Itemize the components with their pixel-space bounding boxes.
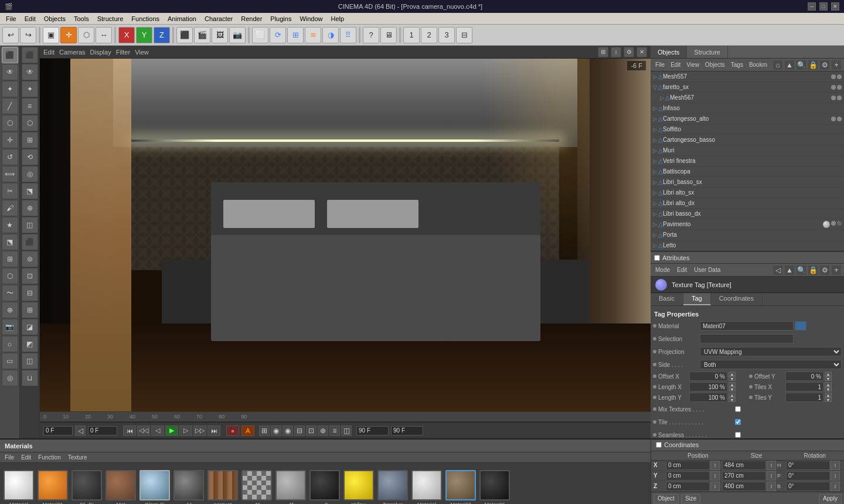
- obj-edit-menu[interactable]: Edit: [668, 61, 683, 69]
- rotate-tool-button[interactable]: ⬡: [78, 27, 94, 43]
- move-tool-button[interactable]: ✛: [60, 27, 77, 43]
- vp-filter-menu[interactable]: Filter: [116, 49, 130, 56]
- menu-help[interactable]: Help: [328, 15, 348, 23]
- sub-btn-17[interactable]: ◪: [22, 319, 38, 335]
- 3d-viewport[interactable]: -6 F: [40, 59, 651, 411]
- smooth-tool-lp[interactable]: ⬡: [2, 268, 18, 284]
- y-size-spin[interactable]: ↕: [767, 471, 776, 481]
- obj-view-menu[interactable]: View: [684, 61, 702, 69]
- tiles-y-down[interactable]: ▼: [825, 397, 832, 402]
- sub-btn-3[interactable]: ✦: [22, 81, 38, 97]
- tiles-x-down[interactable]: ▼: [825, 387, 832, 391]
- obj-item-libri-alto-dx[interactable]: ▷ △ Libri alto_dx: [651, 198, 844, 209]
- projection-dropdown[interactable]: UVW Mapping Flat Cubic Spherical Cylindr…: [700, 347, 842, 356]
- sub-btn-4[interactable]: ≡: [22, 98, 38, 114]
- vp-display-menu[interactable]: Display: [90, 49, 111, 56]
- pb-btn5[interactable]: ⊡: [306, 425, 316, 436]
- cloner-button[interactable]: ⊞: [287, 27, 304, 43]
- mat-file-menu[interactable]: File: [2, 454, 16, 461]
- offset-y-field[interactable]: [785, 372, 823, 381]
- obj-objects-menu[interactable]: Objects: [703, 61, 727, 69]
- length-y-field[interactable]: [689, 393, 727, 402]
- vp-cameras-menu[interactable]: Cameras: [59, 49, 86, 56]
- camera-lp[interactable]: 📷: [2, 319, 18, 335]
- x-size-field[interactable]: [722, 461, 766, 470]
- offset-y-down[interactable]: ▼: [825, 376, 832, 381]
- p-rot-field[interactable]: [786, 471, 830, 481]
- material-item-8[interactable]: .45: [275, 470, 306, 504]
- z-pos-spin[interactable]: ↕: [710, 482, 720, 491]
- sweep-button[interactable]: ⟳: [270, 27, 286, 43]
- attr-mode-menu[interactable]: Mode: [653, 266, 672, 274]
- tiles-y-up[interactable]: ▲: [825, 393, 832, 397]
- menu-tools[interactable]: Tools: [70, 15, 93, 23]
- attributes-enable-checkbox[interactable]: [654, 255, 660, 261]
- tab-structure[interactable]: Structure: [687, 46, 728, 58]
- menu-objects[interactable]: Objects: [40, 15, 69, 23]
- material-item-1[interactable]: Materi01: [38, 470, 68, 504]
- length-y-down[interactable]: ▼: [729, 397, 736, 402]
- selection-field[interactable]: [700, 334, 794, 343]
- y-pos-spin[interactable]: ↕: [710, 471, 720, 481]
- x-pos-field[interactable]: [666, 461, 710, 470]
- attr-add-button[interactable]: +: [831, 265, 842, 275]
- obj-tags-menu[interactable]: Tags: [729, 61, 746, 69]
- offset-x-up[interactable]: ▲: [729, 372, 736, 376]
- displace-button[interactable]: ≋: [305, 27, 321, 43]
- cube-button[interactable]: ⬜: [252, 27, 268, 43]
- poly-mode-button[interactable]: ⬡: [2, 115, 18, 131]
- y-size-field[interactable]: [722, 471, 766, 481]
- obj-item-libri-basso-sx[interactable]: ▷ △ Libri_basso_sx: [651, 177, 844, 188]
- mat-edit-menu[interactable]: Edit: [19, 454, 33, 461]
- pb-btn8[interactable]: ◫: [341, 425, 352, 436]
- axis-z-button[interactable]: Z: [154, 27, 170, 43]
- scale-tool-lp[interactable]: ⟺: [2, 166, 18, 182]
- auto-key-button[interactable]: A: [241, 425, 254, 436]
- menu-render[interactable]: Render: [237, 15, 266, 23]
- sub-btn-13[interactable]: ⊜: [22, 251, 38, 267]
- obj-lock-button[interactable]: 🔒: [808, 60, 818, 70]
- undo-button[interactable]: ↩: [2, 27, 19, 43]
- z-size-spin[interactable]: ↕: [767, 482, 776, 491]
- pb-btn1[interactable]: ⊞: [259, 425, 270, 436]
- attr-userdata-menu[interactable]: User Data: [692, 266, 723, 274]
- offset-x-field[interactable]: [689, 372, 727, 381]
- preview-start-field[interactable]: [88, 426, 117, 435]
- pb-btn6[interactable]: ⊕: [318, 425, 328, 436]
- render-button[interactable]: 🎬: [194, 27, 210, 43]
- obj-item-cartongesso-alto[interactable]: ▷ △ Cartongesso_alto: [651, 114, 844, 124]
- subtab-tag[interactable]: Tag: [683, 293, 711, 305]
- offset-y-up[interactable]: ▲: [825, 372, 832, 376]
- y-pos-field[interactable]: [666, 471, 710, 481]
- sub-btn-20[interactable]: ⊔: [22, 370, 38, 386]
- obj-item-faretto-sx[interactable]: ▽ △ faretto_sx: [651, 82, 844, 93]
- floor-lp[interactable]: ▭: [2, 353, 18, 369]
- magnet-tool-lp[interactable]: ★: [2, 217, 18, 233]
- pb-btn4[interactable]: ⊟: [294, 425, 305, 436]
- sub-btn-10[interactable]: ⊕: [22, 200, 38, 216]
- obj-item-muri[interactable]: ▷ △ Muri: [651, 145, 844, 156]
- sub-btn-12[interactable]: ⬛: [22, 234, 38, 250]
- current-frame-field[interactable]: [43, 426, 73, 435]
- array-button[interactable]: ⠿: [340, 27, 356, 43]
- obj-settings-button[interactable]: ⚙: [819, 60, 830, 70]
- menu-file[interactable]: File: [2, 15, 20, 23]
- obj-bookm-menu[interactable]: Bookm: [747, 61, 770, 69]
- material-item-13[interactable]: Materi07: [445, 470, 476, 504]
- render-settings-button[interactable]: ⬛: [176, 27, 193, 43]
- bool-button[interactable]: ◑: [322, 27, 339, 43]
- sub-btn-11[interactable]: ◫: [22, 217, 38, 233]
- obj-item-letto[interactable]: ▷ △ Letto: [651, 240, 844, 251]
- quantize-button[interactable]: ⊟: [456, 27, 472, 43]
- h-rot-field[interactable]: [786, 461, 830, 470]
- b-rot-spin[interactable]: ↕: [831, 482, 840, 491]
- attr-up-button[interactable]: ▲: [784, 265, 795, 275]
- z-size-field[interactable]: [722, 482, 766, 491]
- material-item-9[interactable]: _2: [309, 470, 340, 504]
- axis-y-button[interactable]: Y: [136, 27, 152, 43]
- menu-functions[interactable]: Functions: [128, 15, 163, 23]
- material-item-11[interactable]: Transluc: [377, 470, 408, 504]
- render-region-button[interactable]: 🖼: [212, 27, 228, 43]
- apply-button[interactable]: Apply: [819, 494, 842, 503]
- mix-textures-checkbox[interactable]: [735, 406, 741, 412]
